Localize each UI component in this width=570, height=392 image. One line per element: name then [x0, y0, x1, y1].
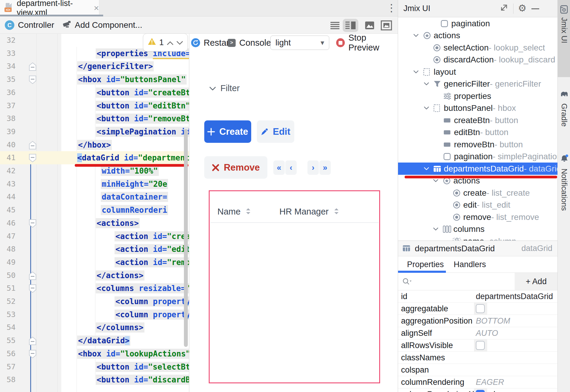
- tree-item-edit[interactable]: edit - list_edit: [398, 199, 558, 211]
- tree-item-createBtn[interactable]: createBtn - button: [398, 114, 558, 126]
- property-row-aggregatable[interactable]: aggregatable: [398, 303, 558, 315]
- chevron-down-icon[interactable]: [413, 66, 419, 78]
- code-line-49[interactable]: 49<action id="remo: [0, 256, 189, 269]
- property-checkbox[interactable]: [476, 390, 485, 392]
- code-line-58[interactable]: 58<button id="discardB: [0, 373, 189, 386]
- chevron-down-icon[interactable]: [423, 163, 429, 175]
- kebab-menu-icon[interactable]: ⋮: [386, 2, 397, 14]
- chevron-down-icon[interactable]: [423, 102, 429, 114]
- code-line-56[interactable]: 56<hbox id="lookupActions": [0, 347, 189, 360]
- tree-item-name[interactable]: name - column: [398, 235, 558, 241]
- fold-marker-icon[interactable]: [28, 349, 37, 360]
- fold-marker-icon[interactable]: [28, 271, 37, 282]
- code-line-39[interactable]: 39<simplePagination id: [0, 125, 189, 138]
- fold-marker-icon[interactable]: [28, 140, 37, 151]
- property-row-classNames[interactable]: classNames: [398, 352, 558, 364]
- sort-icon[interactable]: [246, 207, 251, 217]
- property-value[interactable]: AUTO: [476, 327, 498, 339]
- tree-item-properties[interactable]: properties: [398, 90, 558, 102]
- column-header-hr-manager[interactable]: HR Manager: [279, 207, 339, 217]
- tree-item-discardAction[interactable]: discardAction - lookup_discard: [398, 54, 558, 66]
- next-warning-icon[interactable]: [176, 38, 183, 47]
- code-line-40[interactable]: 40</hbox>: [0, 138, 189, 151]
- tree-item-selectAction[interactable]: selectAction - lookup_select: [398, 42, 558, 54]
- next-page-button[interactable]: ›: [307, 160, 319, 175]
- code-line-36[interactable]: 36<button id="createBt: [0, 86, 189, 99]
- tree-item-pagination[interactable]: pagination - simplePagination: [398, 151, 558, 163]
- fold-marker-icon[interactable]: [28, 336, 37, 347]
- code-line-44[interactable]: 44dataContainer=: [0, 190, 189, 203]
- tree-item-actions[interactable]: actions: [398, 30, 558, 42]
- search-icon[interactable]: [402, 278, 412, 287]
- fold-marker-icon[interactable]: [28, 219, 37, 229]
- chevron-down-icon[interactable]: [423, 78, 429, 90]
- property-value[interactable]: BOTTOM: [476, 315, 510, 327]
- property-value[interactable]: EAGER: [476, 376, 504, 388]
- scroll-from-source-icon[interactable]: [499, 4, 507, 15]
- console-button[interactable]: > Console: [228, 34, 271, 52]
- tab-department-list-view[interactable]: <> department-list-view.xml ×: [0, 0, 99, 16]
- stop-preview-button[interactable]: Stop Preview: [336, 34, 398, 52]
- code-line-41[interactable]: 41<dataGrid id="department: [0, 151, 189, 164]
- property-row-columnReorderingAllowed[interactable]: columnReorderingAllowed: [398, 388, 558, 392]
- view-mode-preview-framed-button[interactable]: [379, 20, 394, 31]
- filter-collapsible[interactable]: Filter: [209, 83, 240, 93]
- inspections-widget[interactable]: 1: [143, 33, 188, 51]
- tab-properties[interactable]: Properties: [407, 260, 444, 269]
- code-line-34[interactable]: 34</genericFilter>: [0, 60, 189, 73]
- tree-item-pagination[interactable]: pagination: [398, 17, 558, 30]
- tree-item-remove[interactable]: remove - list_remove: [398, 211, 558, 223]
- code-line-50[interactable]: 50</actions>: [0, 269, 189, 282]
- property-row-id[interactable]: iddepartmentsDataGrid: [398, 290, 558, 303]
- tree-item-columns[interactable]: columns: [398, 223, 558, 235]
- property-row-alignSelf[interactable]: alignSelfAUTO: [398, 327, 558, 339]
- tree-item-editBtn[interactable]: editBtn - button: [398, 126, 558, 139]
- tree-item-create[interactable]: create - list_create: [398, 187, 558, 199]
- code-line-51[interactable]: 51<columns resizable=": [0, 282, 189, 295]
- tab-handlers[interactable]: Handlers: [454, 260, 486, 269]
- code-line-57[interactable]: 57<button id="selectBt: [0, 360, 189, 373]
- property-row-allRowsVisible[interactable]: allRowsVisible: [398, 339, 558, 352]
- fold-marker-icon[interactable]: [28, 75, 37, 86]
- view-mode-editor-only-button[interactable]: [327, 20, 343, 31]
- code-line-38[interactable]: 38<button id="removeBt: [0, 112, 189, 125]
- hide-panel-icon[interactable]: [531, 8, 539, 9]
- edit-button[interactable]: Edit: [257, 120, 294, 143]
- code-line-37[interactable]: 37<button id="editBtn": [0, 99, 189, 112]
- code-line-47[interactable]: 47<action id="crea: [0, 230, 189, 243]
- tree-item-buttonsPanel[interactable]: buttonsPanel - hbox: [398, 102, 558, 114]
- close-icon[interactable]: ×: [94, 3, 99, 13]
- code-line-53[interactable]: 53<column property: [0, 308, 189, 321]
- prev-warning-icon[interactable]: [167, 38, 173, 47]
- column-header-name[interactable]: Name: [217, 207, 251, 217]
- fold-marker-icon[interactable]: [28, 284, 37, 295]
- sort-icon[interactable]: [334, 207, 339, 217]
- code-line-55[interactable]: 55</dataGrid>: [0, 334, 189, 347]
- tree-item-departmentsDataGrid[interactable]: departmentsDataGrid - dataGrid: [398, 163, 558, 175]
- create-button[interactable]: Create: [204, 120, 251, 143]
- editor-scrollbar[interactable]: [184, 129, 188, 347]
- code-line-48[interactable]: 48<action id="edit: [0, 243, 189, 256]
- xml-editor[interactable]: 3233<properties include="34</genericFilt…: [0, 34, 189, 392]
- theme-select[interactable]: light ▾: [270, 36, 329, 50]
- property-checkbox[interactable]: [476, 304, 485, 313]
- code-line-35[interactable]: 35<hbox id="buttonsPanel": [0, 73, 189, 86]
- property-checkbox[interactable]: [476, 341, 485, 350]
- code-line-43[interactable]: 43minHeight="20e: [0, 177, 189, 191]
- last-page-button[interactable]: »: [319, 160, 331, 175]
- view-mode-split-button[interactable]: [343, 19, 358, 32]
- remove-button[interactable]: Remove: [204, 156, 267, 179]
- chevron-down-icon[interactable]: [413, 30, 419, 42]
- add-property-button[interactable]: + Add: [515, 273, 558, 290]
- controller-button[interactable]: C Controller: [5, 16, 54, 34]
- property-row-colspan[interactable]: colspan: [398, 364, 558, 376]
- fold-marker-icon[interactable]: [28, 62, 37, 73]
- tree-item-genericFilter[interactable]: genericFilter - genericFilter: [398, 78, 558, 90]
- tree-item-layout[interactable]: layout: [398, 66, 558, 78]
- gear-icon[interactable]: ⚙: [518, 2, 527, 14]
- code-line-52[interactable]: 52<column property: [0, 295, 189, 308]
- prev-page-button[interactable]: ‹: [285, 160, 297, 175]
- code-line-46[interactable]: 46<actions>: [0, 217, 189, 230]
- code-line-45[interactable]: 45columnReorderi: [0, 203, 189, 217]
- property-row-aggregationPosition[interactable]: aggregationPositionBOTTOM: [398, 315, 558, 327]
